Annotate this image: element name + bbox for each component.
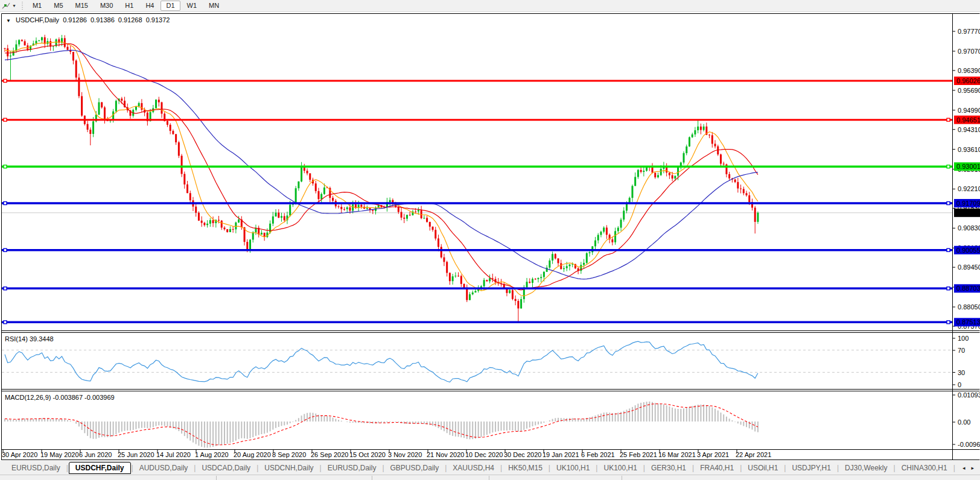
date-tick-label: 6 Feb 2021: [581, 451, 615, 458]
timeframe-button-m30[interactable]: M30: [95, 1, 118, 11]
crosshair-tool-icon[interactable]: ▼: [0, 2, 19, 10]
chart-tab-ger30-h1[interactable]: GER30,H1: [646, 463, 692, 473]
price-chart-canvas[interactable]: 0.977700.970700.963900.956900.949900.943…: [0, 12, 980, 461]
date-tick-label: 26 Sep 2020: [311, 451, 348, 458]
status-bar: [0, 475, 980, 480]
statusbar-separator: [372, 476, 372, 480]
chart-tab-china300-h1[interactable]: CHINA300,H1: [896, 463, 953, 473]
tab-separator: |: [194, 464, 196, 472]
date-tick-label: 15 Oct 2020: [349, 451, 386, 458]
timeframe-button-w1[interactable]: W1: [182, 1, 203, 11]
statusbar-separator: [622, 476, 622, 480]
timeframe-button-mn[interactable]: MN: [203, 1, 224, 11]
chart-tab-eurusd-daily[interactable]: EURUSD,Daily: [322, 463, 382, 473]
hline-price-box-0.87513: 0.87513: [954, 318, 980, 326]
chart-menu-icon[interactable]: ▼: [6, 18, 11, 24]
hline-0.96026[interactable]: [2, 80, 952, 83]
timeframe-button-m15[interactable]: M15: [70, 1, 94, 11]
date-tick-label: 1 Aug 2020: [195, 451, 229, 458]
hline-left-handle[interactable]: [4, 165, 7, 168]
tab-scroll-left-icon[interactable]: ◂: [959, 465, 969, 471]
statusbar-separator: [489, 476, 489, 480]
price-tick-label: 0.88050: [958, 303, 980, 311]
top-toolbar: ▼ M1M5M15M30H1H4D1W1MN: [0, 0, 980, 12]
hline-0.88703[interactable]: [2, 287, 952, 290]
tab-scroll-right-icon[interactable]: ▸: [968, 465, 977, 471]
chart-tab-gbpusd-daily[interactable]: GBPUSD,Daily: [385, 463, 445, 473]
tab-separator: |: [784, 464, 786, 472]
hline-left-handle[interactable]: [4, 80, 7, 83]
hline-right-handle[interactable]: [947, 321, 950, 324]
date-tick-label: 6 Jun 2020: [79, 451, 112, 458]
svg-text:0.88703: 0.88703: [956, 285, 980, 292]
hline-right-handle[interactable]: [947, 287, 950, 290]
tab-separator: |: [500, 464, 502, 472]
svg-text:100: 100: [958, 335, 969, 342]
tab-separator: |: [596, 464, 597, 472]
chart-tab-uk100-h1[interactable]: UK100,H1: [598, 463, 642, 473]
hline-0.90055[interactable]: [2, 248, 952, 251]
hline-left-handle[interactable]: [4, 287, 7, 290]
svg-text:0.90055: 0.90055: [956, 247, 980, 254]
timeframe-button-group: M1M5M15M30H1H4D1W1MN: [27, 1, 225, 11]
timeframe-button-h1[interactable]: H1: [119, 1, 139, 11]
price-tick-label: 0.94990: [958, 107, 980, 114]
rsi-line: [5, 341, 758, 382]
chart-tab-eurusd-daily[interactable]: EURUSD,Daily: [6, 463, 66, 473]
hline-left-handle[interactable]: [4, 118, 7, 121]
date-tick-label: 30 Dec 2020: [504, 451, 541, 458]
chart-tab-usdcnh-daily[interactable]: USDCNH,Daily: [259, 463, 319, 473]
date-tick-label: 16 Mar 2021: [658, 451, 696, 458]
svg-text:70: 70: [958, 347, 965, 354]
date-tick-label: 14 Jul 2020: [156, 451, 191, 458]
chart-tab-uk100-h1[interactable]: UK100,H1: [551, 463, 595, 473]
ohlc-open: 0.91286: [63, 16, 87, 24]
svg-text:0.00: 0.00: [958, 418, 970, 426]
chart-tab-xauusd-h4[interactable]: XAUUSD,H4: [447, 463, 500, 473]
chart-tab-hk50-m15[interactable]: HK50,M15: [503, 463, 548, 473]
chart-tab-usdjpy-h1[interactable]: USDJPY,H1: [786, 463, 836, 473]
hline-right-handle[interactable]: [947, 201, 950, 204]
tool-dropdown-caret[interactable]: ▼: [12, 4, 16, 8]
chart-tab-audusd-daily[interactable]: AUDUSD,Daily: [134, 463, 194, 473]
tab-scroll-arrows: ◂ ▸: [958, 461, 979, 475]
svg-text:-0.009653: -0.009653: [958, 441, 980, 448]
hline-left-handle[interactable]: [4, 201, 7, 204]
macd-panel: [5, 402, 758, 448]
chart-tab-usdcad-daily[interactable]: USDCAD,Daily: [196, 463, 256, 473]
date-axis[interactable]: 30 Apr 202019 May 20206 Jun 202025 Jun 2…: [2, 450, 771, 458]
tab-separator: |: [894, 464, 896, 472]
tab-separator: |: [382, 464, 384, 472]
hline-0.94651[interactable]: [2, 118, 952, 121]
hline-right-handle[interactable]: [947, 118, 950, 121]
hline-0.91709[interactable]: [2, 201, 952, 204]
chart-tab-usdchf-daily[interactable]: USDCHF,Daily: [69, 462, 131, 474]
date-tick-label: 3 Nov 2020: [388, 451, 422, 458]
price-tick-label: 0.89450: [958, 264, 980, 271]
ohlc-low: 0.91268: [118, 16, 142, 24]
hline-right-handle[interactable]: [947, 248, 950, 251]
date-tick-label: 22 Apr 2021: [736, 451, 771, 458]
hline-0.87513[interactable]: [2, 321, 952, 324]
hline-left-handle[interactable]: [4, 248, 7, 251]
timeframe-button-m1[interactable]: M1: [27, 1, 47, 11]
svg-text:0.91372: 0.91372: [956, 209, 980, 216]
chart-tab-fra40-h1[interactable]: FRA40,H1: [695, 463, 739, 473]
timeframe-button-m5[interactable]: M5: [48, 1, 68, 11]
timeframe-button-h4[interactable]: H4: [140, 1, 159, 11]
price-tick-label: 0.97770: [958, 28, 980, 35]
hline-left-handle[interactable]: [4, 321, 7, 324]
chart-tab-usoil-h1[interactable]: USOil,H1: [742, 463, 783, 473]
macd-histogram: [5, 402, 758, 448]
chart-symbol-label: USDCHF,Daily: [16, 16, 59, 24]
svg-text:0.96026: 0.96026: [956, 77, 980, 84]
chart-tab-dj30-weekly[interactable]: DJ30,Weekly: [839, 463, 892, 473]
tab-separator: |: [837, 464, 839, 472]
hline-right-handle[interactable]: [947, 165, 950, 168]
hline-0.93001[interactable]: [2, 165, 952, 168]
date-tick-label: 19 Jan 2021: [542, 451, 579, 458]
price-tick-label: 0.95690: [958, 87, 980, 94]
ohlc-high: 0.91386: [91, 16, 115, 24]
rsi-axis: 10070300: [952, 335, 969, 388]
timeframe-button-d1[interactable]: D1: [161, 1, 180, 11]
